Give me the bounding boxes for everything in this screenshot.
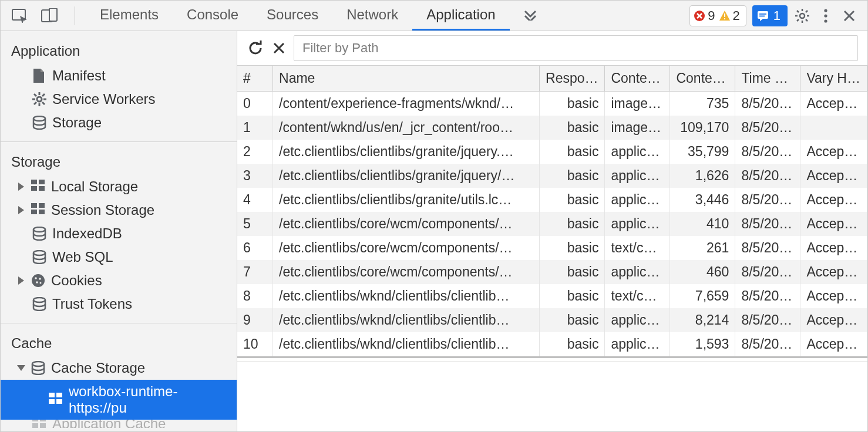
kebab-menu-icon[interactable] — [817, 7, 835, 25]
table-row[interactable]: 9/etc.clientlibs/wknd/clientlibs/clientl… — [237, 308, 867, 332]
database-icon — [32, 297, 46, 311]
expand-arrow-icon[interactable] — [18, 276, 24, 285]
col-content-type[interactable]: Conte… — [605, 66, 670, 92]
sidebar-item-label: workbox-runtime-https://pu — [69, 383, 226, 416]
sidebar-item-app-cache[interactable]: Application Cache — [1, 420, 237, 428]
svg-rect-52 — [32, 420, 38, 421]
table-row[interactable]: 4/etc.clientlibs/clientlibs/granite/util… — [237, 188, 867, 212]
cache-detail-panel: # Name Respo… Conte… Conte… Time … Vary … — [237, 31, 867, 431]
table-row[interactable]: 5/etc.clientlibs/core/wcm/components/…ba… — [237, 212, 867, 236]
table-row[interactable]: 0/content/experience-fragments/wknd/…bas… — [237, 92, 867, 116]
device-toggle-icon[interactable] — [41, 7, 58, 25]
svg-line-14 — [797, 11, 799, 12]
sidebar-item-indexeddb[interactable]: IndexedDB — [1, 222, 237, 245]
application-sidebar: Application Manifest Service Workers Sto… — [1, 31, 237, 431]
sidebar-item-label: Service Workers — [52, 91, 156, 107]
tab-application[interactable]: Application — [412, 1, 509, 31]
svg-rect-7 — [759, 14, 766, 15]
svg-rect-51 — [56, 399, 62, 404]
sidebar-item-label: Manifest — [52, 68, 106, 84]
table-row[interactable]: 3/etc.clientlibs/clientlibs/granite/jque… — [237, 164, 867, 188]
svg-rect-5 — [724, 18, 725, 19]
expand-arrow-icon[interactable] — [18, 183, 24, 191]
tab-console[interactable]: Console — [173, 1, 253, 31]
svg-line-27 — [42, 102, 45, 104]
svg-rect-49 — [56, 393, 62, 397]
group-application-title: Application — [1, 37, 237, 64]
tab-elements[interactable]: Elements — [86, 1, 173, 31]
gear-icon — [32, 92, 46, 106]
database-icon — [32, 227, 46, 241]
col-vary-header[interactable]: Vary H… — [800, 66, 867, 92]
sidebar-item-label: IndexedDB — [52, 225, 122, 242]
clear-icon[interactable] — [270, 39, 288, 57]
svg-rect-37 — [31, 210, 37, 214]
database-icon — [32, 250, 46, 264]
sidebar-item-websql[interactable]: Web SQL — [1, 245, 237, 269]
svg-line-15 — [806, 19, 808, 21]
svg-point-44 — [36, 281, 38, 284]
tab-network[interactable]: Network — [332, 1, 412, 31]
cookie-icon — [31, 274, 45, 288]
svg-rect-2 — [49, 8, 57, 21]
sidebar-item-storage[interactable]: Storage — [1, 111, 237, 134]
col-name[interactable]: Name — [273, 66, 540, 92]
sidebar-item-label: Cache Storage — [51, 360, 145, 376]
svg-point-40 — [33, 251, 45, 255]
svg-point-20 — [824, 19, 827, 22]
grid-icon — [49, 393, 63, 407]
refresh-icon[interactable] — [247, 39, 264, 57]
table-row[interactable]: 1/content/wknd/us/en/_jcr_content/roo…ba… — [237, 116, 867, 140]
svg-line-17 — [797, 19, 799, 21]
sidebar-item-workbox-cache[interactable]: workbox-runtime-https://pu — [1, 380, 237, 420]
table-row[interactable]: 8/etc.clientlibs/wknd/clientlibs/clientl… — [237, 284, 867, 308]
svg-line-26 — [34, 94, 36, 96]
svg-point-42 — [35, 277, 37, 279]
col-response-type[interactable]: Respo… — [540, 66, 605, 92]
sidebar-item-trust-tokens[interactable]: Trust Tokens — [1, 292, 237, 316]
sidebar-item-label: Cookies — [51, 272, 102, 289]
sidebar-item-label: Storage — [52, 114, 102, 131]
table-row[interactable]: 7/etc.clientlibs/core/wcm/components/…ba… — [237, 260, 867, 284]
svg-point-21 — [37, 97, 42, 102]
table-resize-bar[interactable] — [237, 356, 867, 362]
sidebar-item-label: Web SQL — [52, 249, 113, 265]
group-cache-title: Cache — [1, 329, 237, 356]
close-devtools-icon[interactable] — [840, 7, 858, 25]
col-content-length[interactable]: Conte… — [670, 66, 735, 92]
sidebar-item-local-storage[interactable]: Local Storage — [1, 175, 237, 198]
tabs-overflow-icon[interactable] — [510, 1, 551, 31]
sidebar-item-session-storage[interactable]: Session Storage — [1, 198, 237, 222]
sidebar-item-manifest[interactable]: Manifest — [1, 64, 237, 87]
sidebar-item-label: Local Storage — [51, 178, 138, 195]
filter-input[interactable] — [294, 35, 858, 61]
svg-point-41 — [32, 274, 45, 287]
svg-rect-53 — [40, 420, 46, 421]
database-icon — [31, 361, 45, 375]
table-row[interactable]: 2/etc.clientlibs/clientlibs/granite/jque… — [237, 140, 867, 164]
svg-rect-55 — [40, 423, 46, 428]
warning-count: 2 — [733, 8, 740, 23]
svg-rect-6 — [758, 11, 768, 19]
sidebar-item-service-workers[interactable]: Service Workers — [1, 87, 237, 111]
tab-sources[interactable]: Sources — [253, 1, 332, 31]
svg-rect-38 — [39, 210, 45, 214]
database-icon — [32, 116, 46, 130]
expand-arrow-icon[interactable] — [18, 206, 24, 214]
col-index[interactable]: # — [237, 66, 273, 92]
svg-point-39 — [33, 227, 45, 232]
svg-point-46 — [33, 298, 45, 302]
sidebar-item-cookies[interactable]: Cookies — [1, 269, 237, 292]
sidebar-item-cache-storage[interactable]: Cache Storage — [1, 356, 237, 380]
svg-rect-33 — [31, 186, 37, 191]
messages-badge[interactable]: 1 — [752, 5, 788, 26]
settings-gear-icon[interactable] — [793, 7, 811, 25]
collapse-arrow-icon[interactable] — [17, 365, 25, 371]
table-row[interactable]: 6/etc.clientlibs/core/wcm/components/…ba… — [237, 236, 867, 260]
error-warning-badge[interactable]: 9 2 — [689, 5, 746, 26]
inspect-icon[interactable] — [11, 7, 29, 25]
table-row[interactable]: 10/etc.clientlibs/wknd/clientlibs/client… — [237, 332, 867, 356]
svg-rect-31 — [31, 180, 37, 184]
svg-point-47 — [32, 362, 44, 366]
col-time-cached[interactable]: Time … — [735, 66, 800, 92]
